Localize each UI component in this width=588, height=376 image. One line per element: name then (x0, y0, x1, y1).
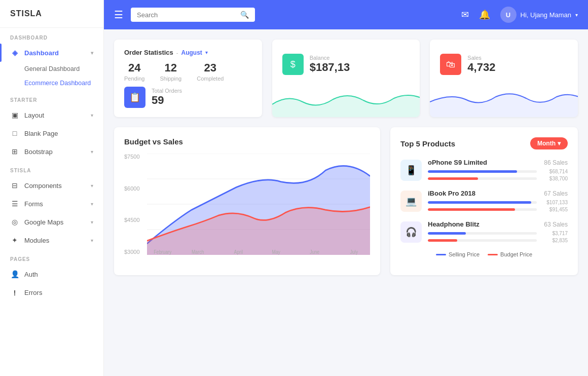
search-bar: 🔍 (131, 8, 255, 22)
product-sales-3: 63 Sales (544, 221, 568, 228)
sidebar-item-bootstrap[interactable]: ⊞ Bootstrap ▾ (0, 142, 103, 161)
chart-plot: February March April May June July (147, 154, 370, 255)
shipping-stat: 12 Shipping (160, 61, 181, 82)
sales-card: 🛍 Sales 4,732 (430, 40, 578, 117)
selling-bar-track-3 (428, 232, 537, 235)
order-stats-card: Order Statistics - August ▾ 24 Pending 1… (114, 40, 262, 117)
completed-label: Completed (197, 76, 224, 82)
pending-stat: 24 Pending (124, 61, 144, 82)
sales-label: Sales (467, 55, 495, 61)
chevron-down-icon: ▾ (91, 183, 93, 189)
selling-price-1: $68,714 (540, 169, 568, 174)
user-greeting: Hi, Ujang Maman (521, 11, 571, 19)
forms-icon: ☰ (10, 199, 19, 208)
budget-bar-fill-3 (428, 239, 457, 242)
sidebar-item-general-dashboard[interactable]: General Dashboard (0, 62, 103, 76)
budget-bar-row-1: $38,700 (428, 176, 568, 181)
sidebar-item-label: Modules (24, 237, 49, 244)
balance-section: $ Balance $187,13 (282, 54, 410, 75)
user-menu[interactable]: U Hi, Ujang Maman ▾ (500, 7, 578, 23)
product-name-1: oPhone S9 Limited (428, 159, 487, 166)
selling-price-2: $107,133 (540, 200, 568, 205)
sidebar-item-modules[interactable]: ✦ Modules ▾ (0, 231, 103, 249)
sales-icon-box: 🛍 (440, 54, 461, 75)
sidebar-item-layout[interactable]: ▣ Layout ▾ (0, 106, 103, 124)
svg-text:March: March (192, 249, 204, 255)
budget-bar-row-3: $2,835 (428, 238, 568, 243)
sidebar-item-dashboard[interactable]: ◈ Dashboard ▾ (0, 44, 103, 62)
total-orders-section: 📋 Total Orders 59 (124, 87, 252, 108)
sidebar-item-label: Components (24, 182, 62, 190)
top-products-card: Top 5 Products Month ▾ 📱 oPhone S9 Limit… (390, 127, 578, 275)
product-bars-3: $3,717 $2,835 (428, 231, 568, 243)
section-label-pages: PAGES (0, 249, 103, 265)
period-selector[interactable]: August (181, 49, 202, 56)
selling-price-legend: Selling Price (436, 251, 480, 257)
product-info-2: iBook Pro 2018 67 Sales $107,133 (428, 190, 568, 212)
main-area: ☰ 🔍 ✉ 🔔 U Hi, Ujang Maman ▾ Order Statis… (104, 0, 588, 376)
y-label-3: $4500 (124, 217, 147, 223)
sidebar-item-label: Forms (24, 200, 43, 208)
stats-row: Order Statistics - August ▾ 24 Pending 1… (114, 40, 578, 117)
sidebar-item-label: Google Maps (24, 218, 63, 226)
sidebar-item-ecommerce-dashboard[interactable]: Ecommerce Dashboard (0, 76, 103, 90)
total-orders-label: Total Orders (152, 88, 182, 94)
chevron-down-icon: ▾ (91, 112, 93, 118)
balance-wave-chart (272, 89, 420, 117)
chevron-down-icon: ▾ (575, 12, 578, 18)
maps-icon: ◎ (10, 217, 19, 227)
product-icon-2: 💻 (400, 191, 422, 212)
dashboard-icon: ◈ (10, 48, 19, 57)
content-area: Order Statistics - August ▾ 24 Pending 1… (104, 29, 588, 376)
chevron-down-icon: ▾ (91, 50, 93, 56)
month-filter-button[interactable]: Month ▾ (530, 137, 568, 149)
shipping-value: 12 (160, 61, 181, 74)
product-icon-1: 📱 (400, 160, 422, 181)
balance-card: $ Balance $187,13 (272, 40, 420, 117)
total-orders-value: 59 (152, 94, 182, 107)
sidebar-item-forms[interactable]: ☰ Forms ▾ (0, 195, 103, 213)
search-input[interactable] (137, 11, 240, 19)
svg-text:April: April (234, 249, 243, 255)
mail-icon[interactable]: ✉ (461, 9, 469, 20)
menu-toggle-button[interactable]: ☰ (114, 9, 123, 21)
bootstrap-icon: ⊞ (10, 147, 19, 156)
selling-bar-row-2: $107,133 (428, 200, 568, 205)
sidebar-item-label: Auth (24, 271, 38, 278)
selling-bar-row-1: $68,714 (428, 169, 568, 174)
svg-text:July: July (350, 249, 358, 255)
svg-text:February: February (154, 249, 171, 255)
y-axis-labels: $7500 $6000 $4500 $3000 (124, 154, 147, 255)
sidebar-item-google-maps[interactable]: ◎ Google Maps ▾ (0, 213, 103, 231)
product-icon-3: 🎧 (400, 221, 422, 243)
sidebar-item-label: Blank Page (24, 130, 58, 137)
sidebar-item-auth[interactable]: 👤 Auth (0, 265, 103, 283)
header-right: ✉ 🔔 U Hi, Ujang Maman ▾ (461, 7, 578, 23)
budget-price-legend: Budget Price (488, 251, 532, 257)
orders-icon-box: 📋 (124, 87, 145, 108)
chevron-down-icon: ▾ (558, 140, 561, 147)
sidebar-item-blank-page[interactable]: □ Blank Page (0, 124, 103, 142)
sidebar: STISLA DASHBOARD ◈ Dashboard ▾ General D… (0, 0, 104, 376)
product-item-1: 📱 oPhone S9 Limited 86 Sales $68,714 (400, 159, 568, 181)
pending-value: 24 (124, 61, 144, 74)
y-label-2: $6000 (124, 185, 147, 192)
chevron-down-icon: ▾ (91, 149, 93, 155)
chart-legend: Selling Price Budget Price (400, 251, 568, 257)
budget-price-legend-label: Budget Price (500, 251, 532, 257)
product-item-3: 🎧 Headphone Blitz 63 Sales $3,717 (400, 220, 568, 243)
sidebar-item-errors[interactable]: ! Errors (0, 283, 103, 302)
chevron-down-icon: ▾ (91, 238, 93, 243)
product-info-1: oPhone S9 Limited 86 Sales $68,714 (428, 159, 568, 181)
budget-price-dot (488, 254, 498, 255)
sidebar-item-label: Layout (24, 111, 44, 119)
sidebar-item-components[interactable]: ⊟ Components ▾ (0, 176, 103, 195)
bell-icon[interactable]: 🔔 (479, 9, 490, 20)
section-label-dashboard: DASHBOARD (0, 28, 103, 44)
completed-stat: 23 Completed (197, 61, 224, 82)
orders-icon: 📋 (129, 92, 140, 103)
product-sales-1: 86 Sales (544, 159, 568, 166)
search-icon[interactable]: 🔍 (240, 11, 249, 19)
blank-page-icon: □ (10, 129, 19, 138)
product-item-2: 💻 iBook Pro 2018 67 Sales $107,133 (400, 190, 568, 212)
